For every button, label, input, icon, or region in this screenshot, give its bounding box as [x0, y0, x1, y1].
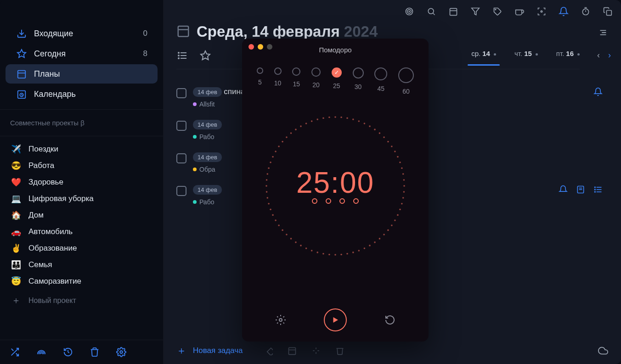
svg-point-70: [358, 250, 360, 252]
bell-icon[interactable]: [559, 185, 568, 194]
timer-icon[interactable]: [581, 6, 591, 17]
shuffle-icon[interactable]: [9, 347, 20, 358]
pomodoro-preset[interactable]: 15: [292, 67, 300, 95]
maximize-dot[interactable]: [267, 44, 272, 50]
list-icon[interactable]: [593, 185, 603, 194]
sidebar-project[interactable]: 😇Саморазвитие: [0, 273, 163, 290]
sidebar-project[interactable]: ❤️Здоровье: [0, 174, 163, 190]
svg-point-96: [270, 162, 271, 163]
checkbox[interactable]: [176, 121, 186, 131]
svg-point-62: [394, 219, 396, 221]
sidebar-project[interactable]: ✌️Образование: [0, 240, 163, 257]
checkbox[interactable]: [176, 153, 186, 163]
project-label: Дом: [28, 211, 44, 220]
prev-day-icon[interactable]: ‹: [597, 50, 600, 60]
session-dot: [353, 198, 359, 204]
pomodoro-preset[interactable]: 30: [353, 67, 364, 95]
target-icon[interactable]: [404, 6, 414, 17]
sidebar-label: Календарь: [34, 90, 147, 99]
pomodoro-window[interactable]: Помодоро 510152025304560 25:00: [242, 39, 429, 342]
pomodoro-traffic-lights[interactable]: [248, 44, 272, 50]
pomodoro-preset[interactable]: 60: [398, 67, 414, 95]
coffee-icon[interactable]: [514, 6, 525, 17]
svg-point-108: [322, 117, 324, 119]
day-tab[interactable]: чт.15: [514, 50, 538, 66]
sidebar-item-plans[interactable]: Планы: [6, 64, 158, 84]
search-icon[interactable]: [426, 6, 436, 17]
session-dot: [312, 198, 317, 204]
focus-icon[interactable]: [536, 6, 547, 17]
rainbow-icon[interactable]: [36, 347, 47, 358]
minimize-dot[interactable]: [258, 44, 263, 50]
note-icon[interactable]: [576, 185, 585, 194]
expand-icon[interactable]: [311, 346, 321, 356]
pomodoro-preset[interactable]: 20: [311, 67, 321, 95]
checkbox[interactable]: [176, 88, 186, 98]
next-day-icon[interactable]: ›: [608, 50, 611, 60]
svg-point-95: [268, 167, 270, 169]
sidebar-label: Входящие: [34, 29, 143, 39]
svg-point-75: [328, 254, 330, 256]
svg-point-115: [364, 123, 366, 124]
play-button[interactable]: [324, 308, 347, 331]
svg-point-120: [387, 141, 389, 143]
day-tab[interactable]: ср.14: [471, 50, 496, 66]
gear-icon[interactable]: [116, 347, 127, 358]
calendar-small-icon[interactable]: [287, 346, 297, 356]
svg-point-126: [402, 173, 404, 175]
star-view-icon[interactable]: [199, 50, 211, 62]
svg-point-61: [397, 214, 399, 216]
svg-point-13: [120, 351, 123, 353]
sidebar-item-inbox[interactable]: Входящие 0: [6, 24, 158, 43]
sidebar-item-today[interactable]: Сегодня 8: [6, 44, 158, 63]
reset-icon[interactable]: [383, 313, 397, 327]
checkbox[interactable]: [176, 186, 186, 196]
svg-line-7: [22, 95, 23, 95]
trash-icon[interactable]: [89, 347, 100, 358]
bell-icon[interactable]: [559, 6, 569, 17]
svg-point-83: [286, 234, 288, 235]
menu-icon[interactable]: [598, 28, 608, 39]
copy-icon[interactable]: [603, 6, 613, 17]
svg-point-87: [272, 214, 274, 216]
svg-point-102: [290, 132, 292, 134]
pomodoro-session-dots: [312, 198, 359, 204]
sidebar-new-project[interactable]: ＋ Новый проект: [0, 290, 163, 311]
sidebar-project[interactable]: 👪Семья: [0, 257, 163, 273]
day-tabs: ср.14чт.15пт.16: [471, 50, 580, 66]
top-toolbar: [404, 6, 613, 17]
trash-icon[interactable]: [335, 346, 345, 356]
sidebar-project[interactable]: ✈️Поездки: [0, 141, 163, 157]
svg-point-104: [300, 125, 302, 127]
pomodoro-preset[interactable]: 45: [374, 67, 387, 95]
pomodoro-preset[interactable]: 5: [257, 67, 263, 95]
svg-point-124: [399, 162, 401, 163]
tag-icon[interactable]: [492, 6, 502, 17]
history-icon[interactable]: [62, 347, 73, 358]
svg-point-88: [270, 209, 271, 211]
new-task-bar[interactable]: ＋ Новая задача: [176, 344, 345, 358]
svg-point-64: [387, 230, 389, 231]
cloud-icon[interactable]: [598, 346, 608, 356]
svg-point-112: [346, 117, 348, 119]
bell-icon[interactable]: [593, 87, 603, 96]
list-view-icon[interactable]: [176, 50, 188, 62]
close-dot[interactable]: [248, 44, 254, 50]
calendar-small-icon[interactable]: [448, 6, 458, 17]
svg-point-100: [282, 141, 283, 143]
diamond-icon[interactable]: [263, 346, 273, 356]
task-actions: [559, 185, 603, 194]
day-tab[interactable]: пт.16: [556, 50, 580, 66]
pomodoro-preset[interactable]: 25: [332, 67, 342, 95]
session-dot: [339, 198, 345, 204]
pomodoro-preset[interactable]: 10: [274, 67, 282, 95]
gear-icon[interactable]: [274, 313, 288, 327]
sidebar-project[interactable]: 💻Цифровая уборка: [0, 190, 163, 207]
svg-rect-28: [178, 26, 189, 37]
svg-point-118: [379, 132, 381, 134]
sidebar-item-calendar[interactable]: Календарь: [6, 84, 158, 104]
sidebar-project[interactable]: 🚗Автомобиль: [0, 224, 163, 240]
sidebar-project[interactable]: 🏠Дом: [0, 207, 163, 224]
filter-icon[interactable]: [470, 6, 480, 17]
sidebar-project[interactable]: 😎Работа: [0, 157, 163, 174]
